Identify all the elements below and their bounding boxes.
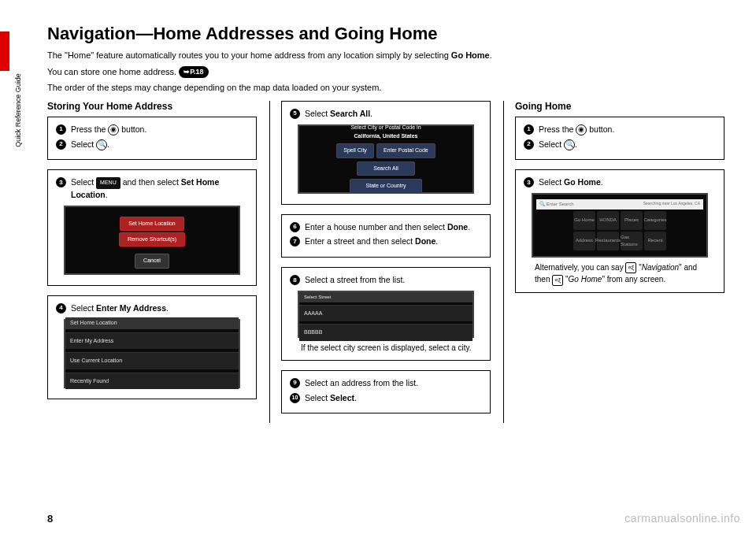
- voice-icon: «ξ: [552, 275, 563, 286]
- column-2: 5 Select Search All. Select City or Post…: [269, 101, 491, 424]
- c3-step-1: 1: [524, 124, 534, 135]
- step2-text: Select 🔍.: [71, 139, 109, 151]
- col2-box4: 9 Select an address from the list. 10 Se…: [281, 370, 491, 414]
- grid-address: Address: [573, 232, 595, 250]
- shot-b-o3: Recently Found: [65, 373, 239, 390]
- grid-gas: Gas Stations: [621, 232, 643, 250]
- col1-box1: 1 Press the ◉ button. 2 Select 🔍.: [47, 117, 257, 161]
- step8-text: Select a street from the list.: [305, 274, 405, 287]
- shot-state: State or Country: [350, 179, 423, 194]
- screenshot-go-home: 🔍 Enter Search Searching near Los Angele…: [532, 193, 708, 258]
- page-title: Navigation—Home Addresses and Going Home: [47, 24, 724, 44]
- c3-step1-text: Press the ◉ button.: [539, 124, 614, 136]
- col2-box2: 6 Enter a house number and then select D…: [281, 214, 491, 258]
- intro-2: You can store one home address. ➥P.18: [47, 65, 724, 79]
- c3-step-2: 2: [524, 139, 534, 150]
- intro-1: The "Home" feature automatically routes …: [47, 49, 724, 62]
- col3-box2: 3 Select Go Home. 🔍 Enter Search Searchi…: [515, 169, 724, 292]
- col2-box1: 5 Select Search All. Select City or Post…: [281, 101, 491, 205]
- col1-box3: 4 Select Enter My Address. Set Home Loca…: [47, 295, 257, 399]
- red-tab: [0, 32, 9, 71]
- col3-box1: 1 Press the ◉ button. 2 Select 🔍.: [515, 117, 724, 161]
- search-icon: 🔍: [564, 139, 575, 150]
- shot-grid: Go Home HONDA Places Categories Address …: [573, 211, 666, 250]
- step9-text: Select an address from the list.: [305, 377, 418, 390]
- side-label: Quick Reference Guide: [14, 63, 22, 158]
- shot-cancel: Cancel: [135, 254, 169, 269]
- column-1: Storing Your Home Address 1 Press the ◉ …: [47, 101, 257, 424]
- col1-box2: 3 Select MENU and then select Set Home L…: [47, 169, 257, 286]
- shot-d-a: AAAAA: [299, 305, 472, 322]
- shot-spell: Spell City: [336, 143, 374, 158]
- alt-text: Alternatively, you can say «ξ "Navigatio…: [535, 261, 710, 286]
- nav-icon: ◉: [108, 124, 119, 135]
- page-ref-pill: ➥P.18: [179, 66, 208, 79]
- col1-heading: Storing Your Home Address: [47, 101, 257, 112]
- intro-1a: The "Home" feature automatically routes …: [47, 50, 451, 60]
- step6-text: Enter a house number and then select Don…: [305, 221, 470, 234]
- step5-text: Select Search All.: [305, 108, 372, 121]
- step10-text: Select Select.: [305, 392, 357, 405]
- intro-1b: Go Home: [451, 50, 490, 60]
- step-6: 6: [290, 222, 300, 232]
- intro-1c: .: [490, 50, 492, 60]
- intro-2a: You can store one home address.: [47, 67, 179, 76]
- shot-d-b: BBBBB: [299, 324, 472, 341]
- shot-c-hdr: Select City or Postal Code in California…: [350, 124, 421, 140]
- grid-recent: Recent: [644, 232, 666, 250]
- grid-go-home: Go Home: [573, 211, 595, 230]
- shot-set-home: Set Home Location: [120, 217, 184, 232]
- step-5: 5: [290, 109, 300, 119]
- intro-3: The order of the steps may change depend…: [47, 81, 724, 95]
- c3-step3-text: Select Go Home.: [539, 176, 603, 189]
- grid-places: Places: [621, 211, 643, 230]
- c3-step-3: 3: [524, 177, 534, 187]
- screenshot-enter-address: Set Home Location Enter My Address Use C…: [64, 319, 240, 388]
- menu-button-icon: MENU: [96, 177, 120, 189]
- step-3: 3: [56, 177, 66, 187]
- shot-b-hdr: Set Home Location: [65, 317, 239, 329]
- watermark: carmanualsonline.info: [624, 512, 740, 525]
- shot-postal: Enter Postal Code: [376, 143, 435, 158]
- step3-text: Select MENU and then select Set Home Loc…: [71, 176, 248, 202]
- step7-text: Enter a street and then select Done.: [305, 235, 438, 248]
- shot-d-hdr: Select Street: [299, 292, 472, 302]
- step4-text: Select Enter My Address.: [71, 302, 169, 315]
- step-7: 7: [290, 236, 300, 247]
- search-icon: 🔍: [96, 139, 107, 150]
- screenshot-select-street: Select Street AAAAA BBBBB: [298, 291, 474, 338]
- step-2: 2: [56, 139, 66, 150]
- step1-text: Press the ◉ button.: [71, 124, 146, 136]
- step-9: 9: [290, 378, 300, 388]
- shot-b-o1: Enter My Address: [65, 332, 239, 350]
- col2-box3: 8 Select a street from the list. Select …: [281, 267, 491, 361]
- step-10: 10: [290, 393, 300, 403]
- shot-searchbar: 🔍 Enter Search Searching near Los Angele…: [536, 199, 703, 210]
- step-1: 1: [56, 124, 66, 135]
- shot-remove: Remove Shortcut(s): [119, 232, 185, 247]
- shot-b-o2: Use Current Location: [65, 352, 239, 369]
- c3-step2-text: Select 🔍.: [539, 139, 577, 151]
- voice-icon: «ξ: [625, 262, 636, 273]
- screenshot-set-home: Set Home Location Remove Shortcut(s) Can…: [64, 206, 240, 275]
- step8-note: If the select city screen is displayed, …: [301, 342, 476, 354]
- step-8: 8: [290, 275, 300, 285]
- grid-categories: Categories: [644, 211, 666, 230]
- col3-heading: Going Home: [515, 101, 724, 112]
- grid-honda: HONDA: [597, 211, 619, 230]
- step-4: 4: [56, 303, 66, 313]
- nav-icon: ◉: [576, 124, 587, 135]
- page-number: 8: [47, 513, 53, 525]
- column-3: Going Home 1 Press the ◉ button. 2 Selec…: [503, 101, 724, 424]
- screenshot-search-all: Select City or Postal Code in California…: [298, 124, 474, 194]
- grid-restaurants: Restaurants: [597, 232, 619, 250]
- shot-all: Search All: [357, 161, 415, 176]
